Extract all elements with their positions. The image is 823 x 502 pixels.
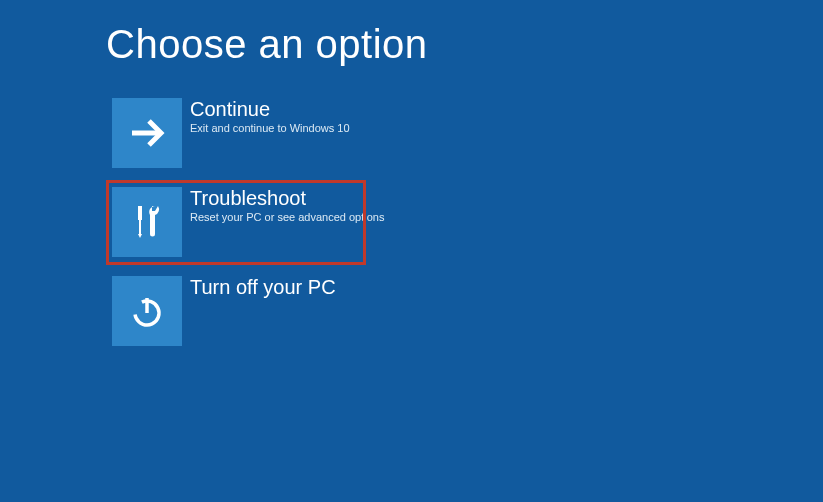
continue-subtitle: Exit and continue to Windows 10: [190, 122, 350, 134]
tools-icon: [125, 200, 169, 244]
winre-choose-option-screen: Choose an option Continue Exit and conti…: [0, 0, 823, 502]
option-troubleshoot[interactable]: Troubleshoot Reset your PC or see advanc…: [112, 187, 384, 257]
troubleshoot-subtitle: Reset your PC or see advanced options: [190, 211, 384, 223]
turnoff-title: Turn off your PC: [190, 276, 336, 298]
troubleshoot-text: Troubleshoot Reset your PC or see advanc…: [190, 187, 384, 223]
svg-marker-3: [138, 234, 142, 238]
turnoff-tile: [112, 276, 182, 346]
options-list: Continue Exit and continue to Windows 10: [112, 98, 384, 365]
troubleshoot-title: Troubleshoot: [190, 187, 384, 209]
arrow-right-icon: [127, 113, 167, 153]
option-continue[interactable]: Continue Exit and continue to Windows 10: [112, 98, 384, 168]
option-turnoff[interactable]: Turn off your PC: [112, 276, 384, 346]
continue-title: Continue: [190, 98, 350, 120]
continue-tile: [112, 98, 182, 168]
troubleshoot-tile: [112, 187, 182, 257]
turnoff-text: Turn off your PC: [190, 276, 336, 300]
svg-rect-1: [138, 206, 142, 220]
power-icon: [127, 291, 167, 331]
page-title: Choose an option: [106, 22, 428, 67]
svg-rect-2: [139, 220, 141, 234]
continue-text: Continue Exit and continue to Windows 10: [190, 98, 350, 134]
